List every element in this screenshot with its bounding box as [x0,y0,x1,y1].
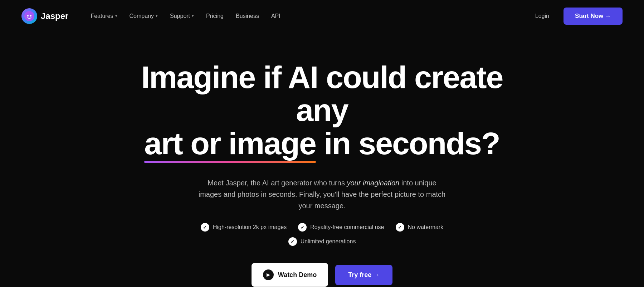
watch-demo-button[interactable]: ▶ Watch Demo [252,263,328,287]
check-icon: ✓ [298,223,307,232]
features-row2: ✓ Unlimited generations [288,237,356,246]
nav-right: Login Start Now → [530,8,623,25]
hero-title: Imagine if AI could create any art or im… [125,61,519,160]
hero-section: Imagine if AI could create any art or im… [0,32,644,287]
logo-icon [21,8,37,24]
check-icon: ✓ [288,237,297,246]
nav-item-company[interactable]: Company ▾ [125,10,163,22]
cta-buttons: ▶ Watch Demo Try free → [252,263,392,287]
check-icon: ✓ [396,223,404,232]
hero-title-underlined: art or image [144,127,316,160]
svg-point-2 [30,15,31,16]
logo[interactable]: Jasper [21,8,68,24]
play-icon: ▶ [263,269,274,280]
check-icon: ✓ [201,223,209,232]
features-list: ✓ High-resolution 2k px images ✓ Royalit… [201,223,443,232]
try-free-button[interactable]: Try free → [335,265,392,285]
navigation: Jasper Features ▾ Company ▾ Support ▾ Pr… [0,0,644,32]
feature-item-royalty: ✓ Royality-free commercial use [298,223,384,232]
chevron-down-icon: ▾ [115,14,117,18]
nav-item-api[interactable]: API [266,10,286,22]
start-now-button[interactable]: Start Now → [564,8,623,25]
nav-item-support[interactable]: Support ▾ [165,10,199,22]
svg-point-0 [24,11,34,21]
feature-item-resolution: ✓ High-resolution 2k px images [201,223,287,232]
nav-item-business[interactable]: Business [231,10,264,22]
chevron-down-icon: ▾ [156,14,158,18]
chevron-down-icon: ▾ [192,14,194,18]
login-button[interactable]: Login [530,10,555,22]
nav-item-pricing[interactable]: Pricing [201,10,229,22]
feature-item-unlimited: ✓ Unlimited generations [288,237,356,246]
nav-item-features[interactable]: Features ▾ [86,10,122,22]
feature-item-watermark: ✓ No watermark [396,223,444,232]
hero-subtitle: Meet Jasper, the AI art generator who tu… [197,177,447,211]
brand-name: Jasper [41,11,68,21]
svg-point-1 [27,15,29,16]
nav-links: Features ▾ Company ▾ Support ▾ Pricing B… [86,10,529,22]
